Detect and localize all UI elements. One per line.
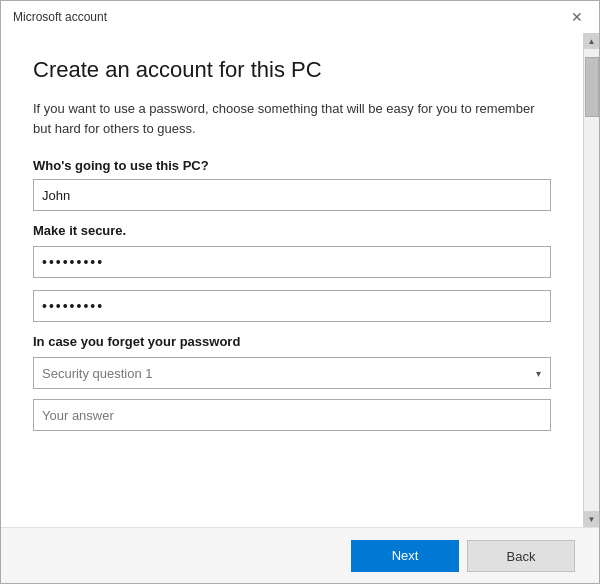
scroll-up-icon: ▲ <box>588 37 596 46</box>
security-question-dropdown[interactable]: Security question 1 <box>33 357 551 389</box>
scroll-up-button[interactable]: ▲ <box>584 33 600 49</box>
scrollbar-track <box>584 49 599 511</box>
username-label: Who's going to use this PC? <box>33 158 551 173</box>
close-icon: ✕ <box>571 9 583 25</box>
footer: Next Back <box>1 527 599 583</box>
scroll-down-button[interactable]: ▼ <box>584 511 600 527</box>
next-button[interactable]: Next <box>351 540 459 572</box>
window-title: Microsoft account <box>13 10 107 24</box>
confirm-password-input[interactable] <box>33 290 551 322</box>
main-content: Create an account for this PC If you wan… <box>1 33 583 527</box>
security-section: In case you forget your password Securit… <box>33 334 551 443</box>
scrollbar-thumb[interactable] <box>585 57 599 117</box>
username-input[interactable] <box>33 179 551 211</box>
security-label: In case you forget your password <box>33 334 551 349</box>
microsoft-account-window: Microsoft account ✕ Create an account fo… <box>0 0 600 584</box>
security-question-wrapper: Security question 1 ▾ <box>33 357 551 389</box>
password-section: Make it secure. <box>33 223 551 334</box>
close-button[interactable]: ✕ <box>567 7 587 27</box>
description-text: If you want to use a password, choose so… <box>33 99 551 138</box>
security-answer-input[interactable] <box>33 399 551 431</box>
scrollbar: ▲ ▼ <box>583 33 599 527</box>
scroll-down-icon: ▼ <box>588 515 596 524</box>
content-area: Create an account for this PC If you wan… <box>1 33 599 527</box>
back-button[interactable]: Back <box>467 540 575 572</box>
title-bar: Microsoft account ✕ <box>1 1 599 33</box>
username-field-group: Who's going to use this PC? <box>33 158 551 223</box>
page-title: Create an account for this PC <box>33 57 551 83</box>
password-label: Make it secure. <box>33 223 551 238</box>
password-input[interactable] <box>33 246 551 278</box>
